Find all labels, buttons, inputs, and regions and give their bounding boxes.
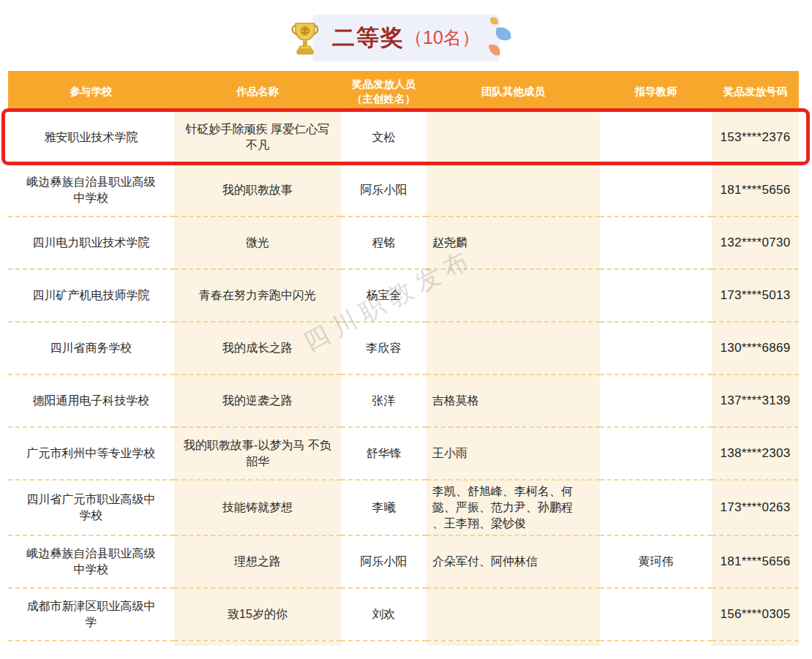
cell-creator: 文松 [341,111,426,164]
cell-number: 130****6869 [712,322,799,374]
partial-cell [341,641,426,646]
cell-work: 青春在努力奔跑中闪光 [174,269,341,322]
cell-work: 我的成长之路 [174,322,341,374]
cell-team [426,322,600,374]
title-text: 二等奖 [332,23,405,53]
cell-number: 173****5013 [712,269,799,322]
cell-teacher [600,588,712,641]
cell-school: 四川省广元市职业高级中学校 [8,480,174,535]
cell-creator: 刘欢 [341,588,426,641]
title-badge: 二等奖（10名） [312,15,500,61]
header-team: 团队其他成员 [426,71,600,111]
cell-school: 广元市利州中等专业学校 [8,427,174,480]
cell-number: 173****0263 [712,480,799,535]
cell-creator: 杨宝全 [341,269,426,322]
header-number: 奖品发放号码 [712,71,799,111]
cell-work: 技能铸就梦想 [174,480,341,535]
trophy-icon [290,21,320,56]
cell-work: 致15岁的你 [174,588,341,641]
partial-cell [712,641,799,646]
cell-work: 我的逆袭之路 [174,374,341,427]
cell-work: 理想之路 [174,535,341,588]
cell-school: 四川省商务学校 [8,322,174,374]
page: 二等奖（10名） 参与学校 作品名称 奖品发放人员 （主创姓名） 团队其他成员 … [0,0,812,659]
partial-cell [174,641,341,646]
cell-work: 我的职教故事 [174,164,341,216]
cell-teacher [600,427,712,480]
cell-creator: 李欣容 [341,322,426,374]
table-row: 峨边彝族自治县职业高级中学校我的职教故事阿乐小阳181****5656 [8,164,799,216]
partial-cell [8,641,174,646]
cell-teacher [600,374,712,427]
cell-team [426,269,600,322]
cell-number: 153****2376 [712,111,799,164]
cell-creator: 张洋 [341,374,426,427]
cell-creator: 李曦 [341,480,426,535]
cell-team: 赵尧麟 [426,216,600,269]
table-row: 四川电力职业技术学院微光程铭赵尧麟132****0730 [8,216,799,269]
cell-team [426,588,600,641]
partial-cell [426,641,600,646]
cell-creator: 舒华锋 [341,427,426,480]
cell-teacher [600,480,712,535]
awards-table: 参与学校 作品名称 奖品发放人员 （主创姓名） 团队其他成员 指导教师 奖品发放… [8,71,799,641]
table-row: 广元市利州中等专业学校我的职教故事-以梦为马 不负韶华舒华锋王小雨138****… [8,427,799,480]
cell-teacher [600,322,712,374]
cell-teacher: 黄珂伟 [600,535,712,588]
cell-creator: 程铭 [341,216,426,269]
cell-teacher [600,111,712,164]
cell-team: 王小雨 [426,427,600,480]
cell-team: 吉格莫格 [426,374,600,427]
cell-school: 峨边彝族自治县职业高级中学校 [8,535,174,588]
cell-work: 微光 [174,216,341,269]
partial-cell [600,641,712,646]
cell-teacher [600,269,712,322]
table-row: 德阳通用电子科技学校我的逆袭之路张洋吉格莫格137****3139 [8,374,799,427]
table-row: 峨边彝族自治县职业高级中学校理想之路阿乐小阳介朵军付、阿仲林信黄珂伟181***… [8,535,799,588]
cell-school: 四川电力职业技术学院 [8,216,174,269]
cell-number: 156****0305 [712,588,799,641]
cell-work: 我的职教故事-以梦为马 不负韶华 [174,427,341,480]
cell-team [426,111,600,164]
cell-number: 137****3139 [712,374,799,427]
header-creator: 奖品发放人员 （主创姓名） [341,71,426,111]
cell-school: 成都市新津区职业高级中学 [8,588,174,641]
cell-team [426,164,600,216]
header-school: 参与学校 [8,71,174,111]
cell-team: 介朵军付、阿仲林信 [426,535,600,588]
table-row: 四川矿产机电技师学院青春在努力奔跑中闪光杨宝全173****5013 [8,269,799,322]
cell-number: 138****2303 [712,427,799,480]
petals-decor-icon [479,16,514,59]
table-row: 四川省商务学校我的成长之路李欣容130****6869 [8,322,799,374]
cell-teacher [600,164,712,216]
table-row-highlighted: 雅安职业技术学院针砭妙手除顽疾 厚爱仁心写不凡文松153****2376 [8,111,799,164]
table-row: 四川省广元市职业高级中学校技能铸就梦想李曦李凯、舒旭峰、李柯名、何懿、严振、范力… [8,480,799,535]
cell-teacher [600,216,712,269]
awards-table-area: 参与学校 作品名称 奖品发放人员 （主创姓名） 团队其他成员 指导教师 奖品发放… [8,71,799,646]
title-count: （10名） [405,26,480,50]
cell-work: 针砭妙手除顽疾 厚爱仁心写不凡 [174,111,341,164]
title-section: 二等奖（10名） [0,0,812,71]
cell-team: 李凯、舒旭峰、李柯名、何懿、严振、范力尹、孙鹏程、王李翔、梁钞俊 [426,480,600,535]
cell-school: 四川矿产机电技师学院 [8,269,174,322]
table-header-row: 参与学校 作品名称 奖品发放人员 （主创姓名） 团队其他成员 指导教师 奖品发放… [8,71,799,111]
cell-school: 雅安职业技术学院 [8,111,174,164]
cell-number: 132****0730 [712,216,799,269]
cell-school: 峨边彝族自治县职业高级中学校 [8,164,174,216]
table-row: 成都市新津区职业高级中学致15岁的你刘欢156****0305 [8,588,799,641]
header-work: 作品名称 [174,71,341,111]
cell-number: 181****5656 [712,535,799,588]
cell-number: 181****5656 [712,164,799,216]
cell-creator: 阿乐小阳 [341,164,426,216]
cell-school: 德阳通用电子科技学校 [8,374,174,427]
table-body: 雅安职业技术学院针砭妙手除顽疾 厚爱仁心写不凡文松153****2376峨边彝族… [8,111,799,641]
partial-next-row [8,641,799,646]
header-teacher: 指导教师 [600,71,712,111]
cell-creator: 阿乐小阳 [341,535,426,588]
